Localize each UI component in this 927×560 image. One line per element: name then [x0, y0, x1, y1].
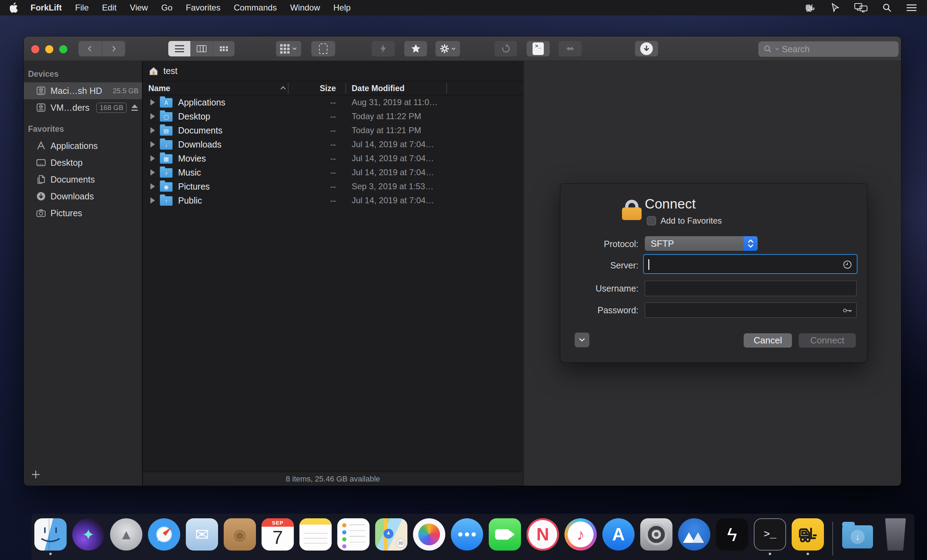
disclosure-triangle-icon[interactable] — [150, 113, 155, 120]
close-button[interactable] — [31, 45, 39, 53]
transfers-button[interactable] — [635, 41, 658, 56]
sidebar-item-documents[interactable]: Documents — [24, 171, 142, 188]
running-indicator — [807, 552, 809, 555]
path-bar[interactable]: test — [143, 61, 523, 81]
dock-icon-notes[interactable] — [298, 517, 333, 552]
dock-icon-app-store[interactable]: A — [601, 517, 636, 552]
dock-icon-maps[interactable]: 3D — [374, 517, 409, 552]
column-header-date[interactable]: Date Modified — [352, 84, 404, 93]
disclosure-triangle-icon[interactable] — [150, 99, 155, 105]
username-input[interactable] — [645, 281, 857, 296]
icon-view-button[interactable] — [213, 41, 234, 56]
folder-icon: ▦ — [160, 154, 173, 164]
back-button[interactable] — [79, 41, 102, 56]
dock-icon-trash[interactable] — [878, 517, 913, 552]
disclosure-triangle-icon[interactable] — [150, 169, 155, 176]
menu-item-go[interactable]: Go — [155, 0, 179, 15]
advanced-disclosure-button[interactable] — [574, 332, 590, 347]
column-divider[interactable] — [446, 83, 447, 94]
dock-icon-safari[interactable] — [147, 517, 182, 552]
displays-menu-icon[interactable] — [854, 3, 868, 13]
list-menu-icon[interactable] — [906, 3, 917, 12]
sidebar-item-macishhd[interactable]: Maci…sh HD25.5 GB — [24, 82, 142, 99]
disclosure-triangle-icon[interactable] — [150, 141, 155, 147]
compare-button[interactable] — [559, 41, 582, 56]
history-clock-icon[interactable] — [842, 260, 853, 270]
arrange-menu-button[interactable] — [276, 41, 301, 56]
add-to-favorites-checkbox[interactable] — [647, 216, 656, 225]
menu-item-edit[interactable]: Edit — [95, 0, 123, 15]
forward-button[interactable] — [102, 41, 125, 56]
search-menu-icon[interactable] — [882, 3, 892, 13]
file-row-pictures[interactable]: ◉Pictures--Sep 3, 2019 at 1:53… — [143, 179, 523, 193]
dock-icon-finder[interactable] — [33, 517, 68, 552]
password-input[interactable] — [645, 302, 857, 318]
menu-item-help[interactable]: Help — [327, 0, 357, 15]
menu-item-view[interactable]: View — [123, 0, 155, 15]
dock-icon-photos[interactable] — [412, 517, 447, 552]
dock-icon-reminders[interactable] — [336, 517, 371, 552]
disclosure-triangle-icon[interactable] — [150, 155, 155, 162]
menu-item-window[interactable]: Window — [283, 0, 327, 15]
file-name: Applications — [178, 97, 225, 108]
cancel-button[interactable]: Cancel — [744, 333, 792, 348]
column-header-name[interactable]: Name — [148, 84, 170, 93]
file-row-downloads[interactable]: ↓Downloads--Jul 14, 2019 at 7:04… — [143, 137, 523, 152]
menu-item-forklift[interactable]: ForkLift — [24, 0, 68, 15]
forklift-menu-icon[interactable] — [804, 2, 816, 13]
sidebar-item-applications[interactable]: Applications — [24, 137, 142, 154]
dock-icon-downloads-folder[interactable]: ↓ — [840, 517, 875, 552]
file-row-applications[interactable]: AApplications--Aug 31, 2019 at 11:0… — [143, 95, 523, 109]
menu-item-commands[interactable]: Commands — [227, 0, 284, 15]
dock-icon-news[interactable]: N — [525, 517, 560, 552]
apple-menu[interactable] — [10, 3, 19, 13]
dock-icon-contacts[interactable]: ◉ — [222, 517, 257, 552]
search-field[interactable] — [758, 41, 899, 57]
dock-icon-terminal[interactable]: >_ — [752, 517, 787, 552]
dock-icon-launchpad[interactable]: ▲ — [109, 517, 144, 552]
column-view-button[interactable] — [190, 41, 213, 56]
favorites-button[interactable] — [404, 41, 427, 56]
dock-icon-forklift[interactable] — [790, 517, 825, 552]
menu-item-file[interactable]: File — [68, 0, 95, 15]
sidebar-item-pictures[interactable]: Pictures — [24, 205, 142, 222]
file-row-public[interactable]: ↑Public--Jul 14, 2019 at 7:04… — [143, 193, 523, 208]
zoom-button[interactable] — [59, 45, 67, 53]
connect-button[interactable]: Connect — [799, 333, 856, 348]
terminal-button[interactable]: >_ — [527, 41, 550, 56]
minimize-button[interactable] — [45, 45, 53, 53]
dock-icon-app-cleaner[interactable] — [677, 517, 712, 552]
actions-menu-button[interactable] — [435, 41, 460, 56]
dock-icon-mail[interactable]: ✉ — [184, 517, 219, 552]
disclosure-triangle-icon[interactable] — [150, 183, 155, 190]
dock-icon-black-app[interactable]: ϟ — [714, 517, 749, 552]
dock-icon-facetime[interactable] — [487, 517, 523, 552]
list-view-button[interactable] — [168, 41, 190, 56]
pointer-menu-icon[interactable] — [830, 3, 840, 13]
menu-item-favorites[interactable]: Favorites — [179, 0, 227, 15]
sidebar-item-vmders[interactable]: VM…ders168 GB — [24, 99, 142, 116]
quick-action-button[interactable] — [372, 41, 395, 56]
dock-icon-calendar[interactable]: SEP7 — [260, 517, 295, 552]
dock-icon-siri[interactable]: ✦ — [71, 517, 106, 552]
file-row-music[interactable]: ♪Music--Jul 14, 2019 at 7:04… — [143, 165, 523, 179]
protocol-popup[interactable]: SFTP — [645, 236, 758, 251]
search-input[interactable] — [782, 44, 887, 54]
dock-icon-messages[interactable] — [450, 517, 485, 552]
disclosure-triangle-icon[interactable] — [150, 127, 155, 134]
sync-button[interactable] — [494, 41, 517, 56]
file-row-movies[interactable]: ▦Movies--Jul 14, 2019 at 7:04… — [143, 152, 523, 165]
eject-icon[interactable] — [131, 105, 138, 111]
new-file-button[interactable] — [312, 41, 335, 56]
server-input[interactable] — [643, 254, 857, 274]
column-header-size[interactable]: Size — [288, 84, 336, 93]
column-divider[interactable] — [345, 83, 346, 94]
dock-icon-system-preferences[interactable] — [639, 517, 674, 552]
dock-icon-itunes[interactable]: ♪ — [563, 517, 598, 552]
add-favorite-button[interactable] — [29, 468, 42, 481]
sidebar-item-downloads[interactable]: Downloads — [24, 188, 142, 205]
disclosure-triangle-icon[interactable] — [150, 197, 155, 203]
file-row-documents[interactable]: ▤Documents--Today at 11:21 PM — [143, 123, 523, 137]
file-row-desktop[interactable]: ▢Desktop--Today at 11:22 PM — [143, 109, 523, 123]
sidebar-item-desktop[interactable]: Desktop — [24, 154, 142, 171]
